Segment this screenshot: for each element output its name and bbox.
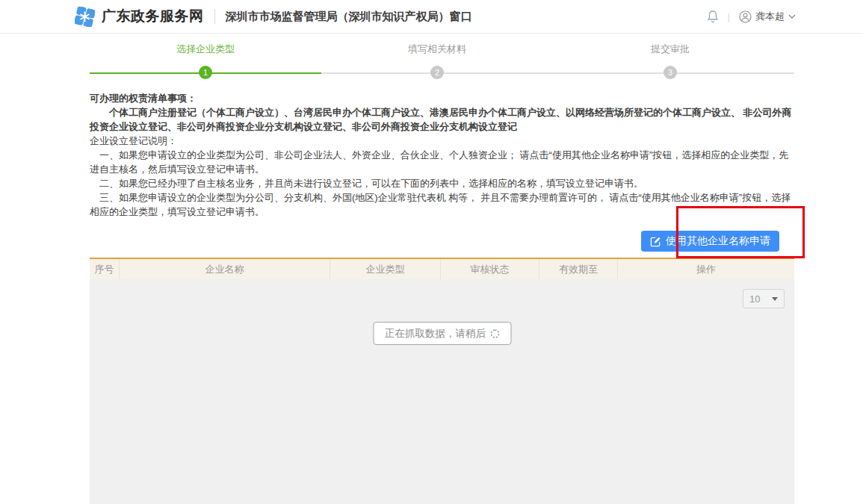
desc-item-1: 一、如果您申请设立的企业类型为公司、非公司企业法人、外资企业、合伙企业、个人独资…: [90, 148, 794, 176]
step-number-badge: 2: [430, 66, 444, 79]
step-label: 填写相关材料: [385, 43, 489, 56]
header-left: 广东政务服务网 深圳市市场监督管理局（深圳市知识产权局）窗口: [75, 7, 472, 27]
column-header-seq: 序号: [90, 259, 120, 279]
column-header-type: 企业类型: [330, 259, 441, 279]
step-2-fill-materials: 填写相关材料 2: [385, 43, 489, 56]
loading-box: 正在抓取数据，请稍后: [373, 322, 511, 345]
desc-title: 企业设立登记说明：: [90, 134, 794, 148]
window-title: 深圳市市场监督管理局（深圳市知识产权局）窗口: [226, 10, 472, 24]
use-other-name-button-label: 使用其他企业名称申请: [666, 234, 770, 248]
desc-item-2: 二、如果您已经办理了自主核名业务，并且尚未进行设立登记，可以在下面的列表中，选择…: [90, 176, 794, 190]
caret-down-icon: [772, 297, 778, 301]
step-number-badge: 1: [199, 66, 212, 79]
desc-item-3: 三、如果您申请设立的企业类型为分公司、分支机构、外国(地区)企业常驻代表机 构等…: [90, 190, 794, 219]
column-header-name: 企业名称: [120, 259, 330, 279]
header-right: | 龚本超: [707, 10, 796, 23]
use-other-name-button[interactable]: 使用其他企业名称申请: [641, 231, 779, 252]
company-name-table: 序号 企业名称 企业类型 审核状态 有效期至 操作 10 正在抓取数据，请稍后: [90, 258, 794, 504]
loading-text: 正在抓取数据，请稍后: [385, 327, 486, 340]
edit-pencil-icon: [650, 236, 661, 247]
user-name: 龚本超: [755, 10, 785, 23]
page-size-select[interactable]: 10: [743, 289, 785, 308]
chevron-down-icon: [788, 14, 796, 19]
step-label: 提交审批: [618, 43, 723, 56]
top-header: 广东政务服务网 深圳市市场监督管理局（深圳市知识产权局）窗口 | 龚本超: [0, 0, 863, 34]
step-number-badge: 3: [664, 66, 677, 79]
notice-items: 个体工商户注册登记（个体工商户设立）、台湾居民申办个体工商户设立、港澳居民申办个…: [90, 105, 794, 134]
person-circle-icon: [739, 10, 752, 23]
brand-name[interactable]: 广东政务服务网: [102, 7, 204, 26]
action-row: 使用其他企业名称申请: [90, 231, 794, 252]
table-body: 10 正在抓取数据，请稍后: [90, 279, 794, 504]
column-header-validity: 有效期至: [539, 259, 618, 279]
user-menu[interactable]: 龚本超: [739, 10, 796, 23]
step-indicator: 选择企业类型 1 填写相关材料 2 提交审批 3: [90, 41, 794, 86]
table-header-row: 序号 企业名称 企业类型 审核状态 有效期至 操作: [90, 258, 794, 279]
column-header-action: 操作: [618, 259, 794, 279]
notice-title: 可办理的权责清单事项：: [90, 91, 794, 105]
notice-block: 可办理的权责清单事项： 个体工商户注册登记（个体工商户设立）、台湾居民申办个体工…: [90, 91, 794, 219]
notification-bell-icon[interactable]: [707, 10, 719, 23]
step-label: 选择企业类型: [153, 43, 258, 56]
column-header-status: 审核状态: [441, 259, 539, 279]
step-3-submit-approval: 提交审批 3: [618, 43, 723, 56]
step-1-choose-type: 选择企业类型 1: [153, 43, 258, 56]
header-right-divider: |: [728, 11, 730, 22]
main-content: 选择企业类型 1 填写相关材料 2 提交审批 3 可办理的权责清单事项： 个体工…: [90, 41, 794, 504]
spinner-icon: [490, 329, 499, 338]
header-divider: [214, 9, 215, 24]
brand-logo-icon: [75, 7, 95, 27]
page-size-value: 10: [749, 293, 760, 305]
